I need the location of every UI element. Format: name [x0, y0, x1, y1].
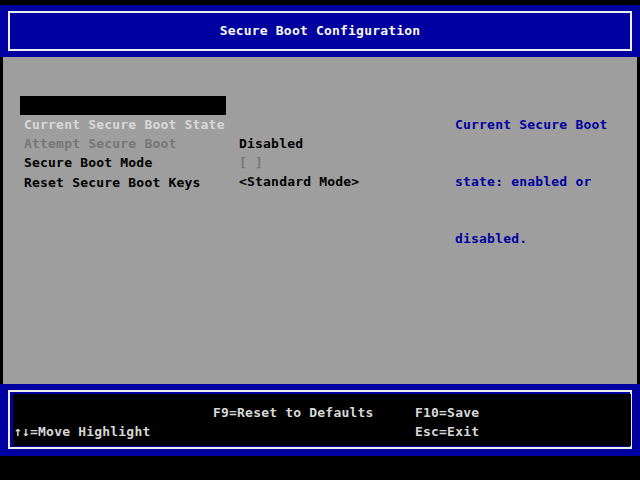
help-text-line: disabled.	[455, 229, 633, 248]
key-hint-f10-save: F10=Save	[415, 403, 479, 422]
menu-item-label: Reset Secure Boot Keys	[24, 173, 201, 192]
footer-bar: F9=Reset to Defaults F10=Save ↑↓=Move Hi…	[0, 384, 640, 456]
header-bar: Secure Boot Configuration	[0, 5, 640, 57]
key-hint-esc-exit: Esc=Exit	[415, 422, 479, 441]
menu-item-attempt-secure-boot[interactable]: Attempt Secure Boot [ ]	[3, 115, 51, 134]
main-area: Current Secure Boot State Disabled Attem…	[3, 57, 637, 384]
help-text: Current Secure Boot state: enabled or di…	[455, 77, 633, 286]
bios-setup-screen: Secure Boot Configuration Current Secure…	[0, 0, 640, 480]
menu-item-label: Current Secure Boot State	[24, 115, 225, 134]
menu-item-secure-boot-mode[interactable]: Secure Boot Mode <Standard Mode>	[3, 134, 51, 153]
checkbox-unchecked: [ ]	[239, 153, 263, 172]
key-hint-move-highlight: ↑↓=Move Highlight	[14, 422, 150, 441]
menu-item-reset-secure-boot-keys[interactable]: Reset Secure Boot Keys	[3, 154, 51, 173]
help-text-line: Current Secure Boot	[455, 115, 633, 134]
menu-item-current-secure-boot-state[interactable]: Current Secure Boot State Disabled	[3, 96, 51, 115]
menu-item-value: <Standard Mode>	[239, 172, 359, 191]
key-hint-f9-reset-defaults: F9=Reset to Defaults	[213, 403, 374, 422]
menu-item-value: Disabled	[239, 134, 303, 153]
footer-key-hint-area: F9=Reset to Defaults F10=Save ↑↓=Move Hi…	[13, 394, 631, 446]
page-title: Secure Boot Configuration	[0, 5, 640, 57]
help-text-line: state: enabled or	[455, 172, 633, 191]
